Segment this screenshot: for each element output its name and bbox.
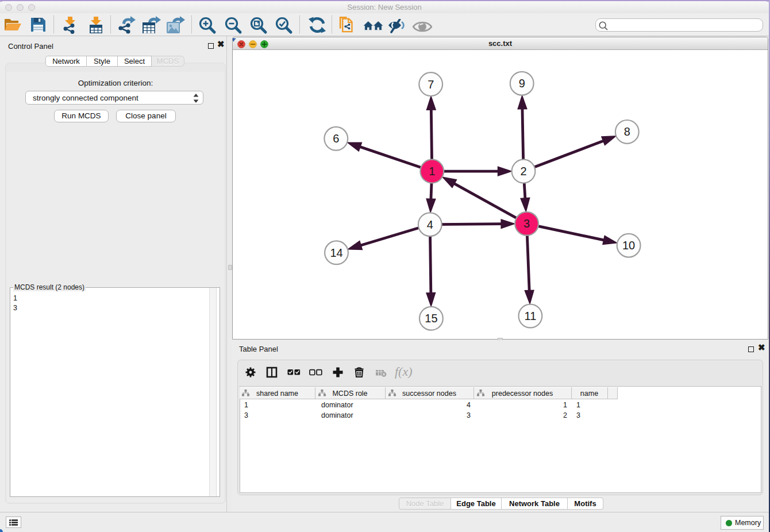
svg-text:14: 14 (330, 246, 342, 259)
svg-text:8: 8 (624, 125, 630, 138)
svg-text:10: 10 (622, 239, 635, 252)
svg-text:15: 15 (425, 312, 437, 325)
svg-text:7: 7 (428, 78, 434, 91)
svg-text:3: 3 (523, 217, 530, 230)
svg-text:9: 9 (519, 77, 525, 90)
svg-text:11: 11 (525, 310, 537, 322)
svg-text:4: 4 (427, 218, 433, 231)
svg-text:1: 1 (429, 165, 435, 178)
svg-text:2: 2 (520, 165, 526, 178)
svg-text:6: 6 (333, 132, 339, 145)
